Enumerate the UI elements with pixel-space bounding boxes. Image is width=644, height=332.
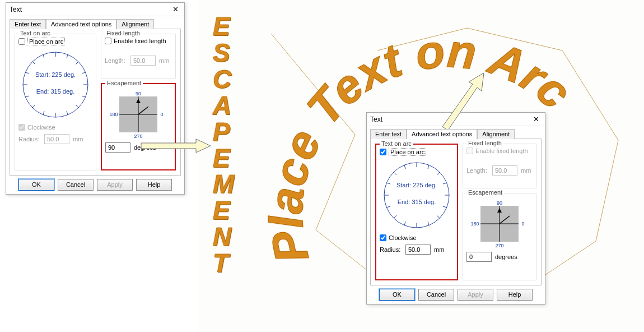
clockwise-label: Clockwise <box>389 234 417 241</box>
tab-alignment[interactable]: Alignment <box>116 19 154 29</box>
close-icon[interactable]: ✕ <box>170 4 181 15</box>
dialog-title: Text <box>10 3 22 16</box>
svg-line-30 <box>394 215 396 218</box>
radius-input[interactable]: 50.0 <box>405 245 431 255</box>
tab-advanced[interactable]: Advanced text options <box>46 19 116 29</box>
escapement-input[interactable]: 90 <box>105 142 130 153</box>
close-icon[interactable]: ✕ <box>530 114 542 125</box>
place-on-arc-label: Place on arc <box>389 148 426 156</box>
checkbox-clockwise: Clockwise <box>18 124 92 131</box>
radius-unit: mm <box>434 246 444 253</box>
dialog-title: Text <box>370 113 382 126</box>
cancel-button[interactable]: Cancel <box>418 289 454 301</box>
escapement-dial[interactable]: 90 0 180 270 <box>470 199 529 248</box>
place-on-arc-input[interactable] <box>18 38 25 45</box>
checkbox-fixed-length[interactable]: Enable fixed length <box>105 38 172 44</box>
svg-line-31 <box>437 215 440 218</box>
svg-line-13 <box>25 96 29 97</box>
tab-advanced[interactable]: Advanced text options <box>407 129 477 139</box>
radius-label: Radius: <box>18 136 41 142</box>
svg-line-39 <box>428 222 429 225</box>
escapement-unit: degrees <box>134 144 156 151</box>
tick-right: 0 <box>160 112 163 117</box>
fixed-length-label: Enable fixed length <box>114 38 166 44</box>
dialog-titlebar[interactable]: Text ✕ <box>367 113 545 126</box>
length-label: Length: <box>105 57 127 64</box>
dial-end-label: End: 315 deg. <box>380 199 454 205</box>
group-title-fixed: Fixed length <box>466 140 503 146</box>
svg-line-32 <box>404 165 405 169</box>
arc-angle-dial[interactable]: Start: 225 deg. End: 315 deg. <box>18 48 92 122</box>
group-text-on-arc: Text on arc Place on arc Start: 225 deg.… <box>15 34 96 170</box>
group-title-arc: Text on arc <box>18 30 52 36</box>
embroidery-vertical-text: ESCAPEMENT <box>213 13 241 276</box>
apply-button[interactable]: Apply <box>458 289 493 301</box>
length-unit: mm <box>159 57 169 64</box>
group-fixed-length: Fixed length Enable fixed length Length:… <box>101 34 176 79</box>
clockwise-label: Clockwise <box>27 124 55 131</box>
fixed-length-input <box>466 147 473 154</box>
checkbox-place-on-arc[interactable]: Place on arc <box>380 148 454 156</box>
svg-line-10 <box>43 54 44 58</box>
svg-text:0: 0 <box>521 221 524 227</box>
svg-line-7 <box>76 62 78 64</box>
escapement-dial[interactable]: 90 0 180 270 <box>109 90 167 139</box>
radius-unit: mm <box>73 136 83 142</box>
help-button[interactable]: Help <box>136 179 172 191</box>
checkbox-clockwise[interactable]: Clockwise <box>380 234 454 241</box>
checkbox-place-on-arc[interactable]: Place on arc <box>18 38 92 45</box>
svg-line-6 <box>32 62 35 64</box>
svg-line-17 <box>67 111 68 115</box>
length-label: Length: <box>466 167 489 174</box>
length-input: 50.0 <box>492 165 517 176</box>
fixed-length-input[interactable] <box>105 38 111 44</box>
group-escapement: Escapement 90 0 180 270 <box>463 193 536 280</box>
radius-label: Radius: <box>380 246 402 253</box>
group-title-escapement: Escapement <box>466 189 504 196</box>
group-title-escapement: Escapement <box>105 80 143 86</box>
tab-strip: Enter text Advanced text options Alignme… <box>370 128 542 139</box>
svg-text:90: 90 <box>497 200 502 206</box>
dialog-text-2: Text ✕ Enter text Advanced text options … <box>366 112 545 305</box>
arc-angle-dial[interactable]: Start: 225 deg. End: 315 deg. <box>380 158 454 232</box>
svg-text:270: 270 <box>495 243 503 248</box>
svg-line-35 <box>386 206 390 208</box>
group-text-on-arc: Text on arc Place on arc Start: 225 deg.… <box>375 144 458 280</box>
clockwise-input[interactable] <box>380 234 386 241</box>
svg-line-28 <box>394 172 396 175</box>
tick-top: 90 <box>136 91 141 96</box>
fixed-length-label: Enable fixed length <box>475 147 528 154</box>
svg-line-29 <box>437 172 440 175</box>
dial-start-label: Start: 225 deg. <box>18 71 92 78</box>
place-on-arc-input[interactable] <box>380 149 386 155</box>
tab-strip: Enter text Advanced text options Alignme… <box>10 19 181 29</box>
tab-alignment[interactable]: Alignment <box>477 129 515 139</box>
ok-button[interactable]: OK <box>18 179 54 191</box>
group-title-arc: Text on arc <box>380 140 413 147</box>
length-input: 50.0 <box>130 56 156 66</box>
svg-line-16 <box>43 111 44 115</box>
dial-end-label: End: 315 deg. <box>18 88 92 95</box>
svg-line-8 <box>32 105 35 108</box>
dialog-text-1: Text ✕ Enter text Advanced text options … <box>6 2 185 195</box>
help-button[interactable]: Help <box>497 289 533 301</box>
group-title-fixed: Fixed length <box>105 30 142 36</box>
svg-line-37 <box>443 206 447 208</box>
svg-line-38 <box>404 222 405 225</box>
ok-button[interactable]: OK <box>379 289 415 301</box>
tick-bottom: 270 <box>134 133 142 139</box>
apply-button[interactable]: Apply <box>97 179 133 191</box>
clockwise-input <box>18 124 25 131</box>
escapement-unit: degrees <box>495 253 517 260</box>
svg-line-9 <box>76 105 78 108</box>
escapement-input[interactable]: 0 <box>466 252 492 262</box>
dialog-titlebar[interactable]: Text ✕ <box>6 3 184 16</box>
tab-enter-text[interactable]: Enter text <box>370 129 407 139</box>
cancel-button[interactable]: Cancel <box>58 179 94 191</box>
place-on-arc-label: Place on arc <box>27 38 65 45</box>
dial-start-label: Start: 225 deg. <box>380 182 454 188</box>
tab-enter-text[interactable]: Enter text <box>10 19 46 29</box>
length-unit: mm <box>521 167 531 174</box>
group-escapement: Escapement 90 0 180 270 <box>101 83 176 170</box>
radius-input: 50.0 <box>44 134 69 144</box>
